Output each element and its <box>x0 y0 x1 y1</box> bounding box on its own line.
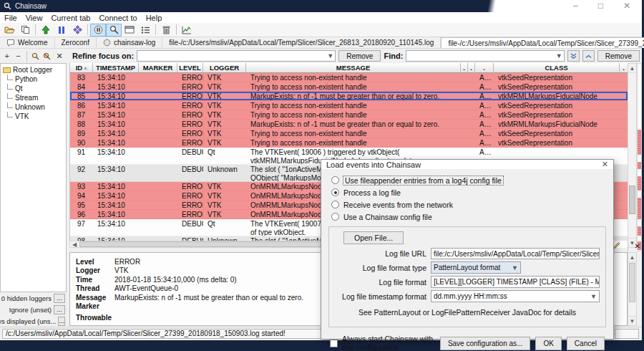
focus-logger-icon[interactable] <box>31 51 41 61</box>
tree-item-vtk[interactable]: VTK <box>3 112 66 121</box>
field-combo[interactable]: dd.mm.yyyy HH:mm:ss▼ <box>431 290 600 302</box>
zoom-magnifier-icon[interactable] <box>106 24 122 37</box>
upload-arrow-icon[interactable] <box>38 24 54 37</box>
column-header-message[interactable]: MESSAGE <box>246 63 461 73</box>
field-input[interactable]: file:/c:/Users/msliv/AppData/Local/Temp/… <box>431 248 600 259</box>
column-header-logger[interactable]: LOGGER <box>203 63 246 73</box>
menu-connect-to[interactable]: Connect to <box>94 14 141 22</box>
refine-remove-button[interactable]: Remove <box>338 50 381 62</box>
radio-use-fileappender-e[interactable]: Use fileappender entries from a log4j co… <box>331 174 613 186</box>
save-configuration-button[interactable]: Save configuration as... <box>440 337 531 350</box>
table-row[interactable]: 9015:34:10ERRORVTKTrying to access non-e… <box>70 138 628 148</box>
find-remove-button[interactable]: Remove <box>597 50 640 62</box>
trash-icon[interactable] <box>158 24 174 37</box>
ellipsis-button[interactable]: ... <box>54 294 65 303</box>
close-detail-icon[interactable]: ✕ <box>635 242 640 250</box>
column-list-icon[interactable] <box>137 24 153 37</box>
logger-tree: Root LoggerPythonQtStreamUnknownVTK <box>0 63 67 292</box>
expand-all-icon[interactable]: + <box>2 51 12 61</box>
table-vertical-scrollbar[interactable]: ▲ ▼ <box>628 63 637 248</box>
copy-icon[interactable] <box>17 24 33 37</box>
event-minimap[interactable] <box>637 63 642 251</box>
tree-item-root-logger[interactable]: Root Logger <box>3 65 66 74</box>
table-row[interactable]: 8815:34:10ERRORVTKMarkupExists: n of -1 … <box>70 120 628 129</box>
open-folder-icon[interactable] <box>1 24 17 37</box>
tree-item-stream[interactable]: Stream <box>3 93 66 102</box>
dialog-close-icon[interactable]: ✕ <box>602 160 608 169</box>
scroll-up-icon[interactable]: ▲ <box>628 64 636 73</box>
scroll-down-icon[interactable]: ▼ <box>628 316 636 325</box>
tab-file-c-users-msliv[interactable]: file-/c:/Users/msliv/AppData/Local/Temp/… <box>162 37 441 48</box>
navigate-diamond-icon[interactable] <box>69 24 85 37</box>
menu-help[interactable]: Help <box>142 14 167 22</box>
column-header-class[interactable]: CLASS <box>494 63 620 73</box>
source-options: Use fileappender entries from a log4j co… <box>321 169 613 224</box>
column-header-dot[interactable]: . <box>475 63 494 73</box>
table-row[interactable]: 8615:34:10ERRORVTKTrying to access non-e… <box>70 101 628 110</box>
dock-panel-icon[interactable] <box>122 24 137 37</box>
column-header-dot[interactable]: . <box>461 63 468 73</box>
radio-icon[interactable] <box>331 176 339 184</box>
menu-view[interactable]: View <box>21 14 47 22</box>
scroll-left-icon[interactable]: ◀ <box>70 241 79 247</box>
tab-file-c-users-msliv[interactable]: file-/c:/Users/msliv/AppData/Local/Temp/… <box>441 37 644 48</box>
ok-button[interactable]: OK <box>535 337 561 350</box>
table-row[interactable]: 8715:34:10ERRORVTKTrying to access non-e… <box>70 110 628 120</box>
table-row[interactable]: 8315:34:10ERRORVTKTrying to access non-e… <box>70 73 628 82</box>
column-header-marker[interactable]: MARKER <box>139 63 177 73</box>
cell-timestamp: 15:34:10 <box>93 92 139 100</box>
field-combo[interactable]: [LEVEL][LOGGER] TIMESTAMP [CLASS] (FILE)… <box>431 276 600 288</box>
collapse-all-icon[interactable]: − <box>14 51 24 61</box>
table-row[interactable]: 8915:34:10ERRORVTKTrying to access non-e… <box>70 129 628 138</box>
scrollbar-thumb[interactable] <box>629 186 635 214</box>
pause-icon[interactable] <box>54 24 69 37</box>
event-chart-icon[interactable] <box>179 24 195 37</box>
cell-timestamp: 15:34:10 <box>93 191 139 200</box>
radio-icon[interactable] <box>331 188 339 196</box>
radio-icon[interactable] <box>331 213 339 221</box>
detail-scrollbar[interactable]: ▲ ▼ <box>628 252 637 326</box>
edit-layout-icon[interactable] <box>613 241 621 251</box>
unfocus-logger-icon[interactable] <box>42 51 52 61</box>
column-header-id[interactable]: ID ▵ <box>70 63 93 73</box>
radio-process-a-log-file[interactable]: Process a log file <box>331 186 613 198</box>
logger-tree-toolbar: + − ✕ <box>0 49 67 63</box>
cell-dot <box>620 129 628 138</box>
toolbar <box>0 23 642 37</box>
radio-icon[interactable] <box>331 201 339 208</box>
scrollbar-thumb[interactable] <box>629 263 635 302</box>
minimize-button[interactable]: – <box>573 1 578 11</box>
radio-receive-events-fro[interactable]: Receive events from the network <box>331 198 613 211</box>
open-file-button[interactable]: Open File... <box>343 231 404 244</box>
ellipsis-button[interactable]: ... <box>58 317 65 326</box>
tree-item-qt[interactable]: Qt <box>3 84 66 93</box>
table-row[interactable]: 8515:34:10ERRORVTKMarkupExists: n of -1 … <box>70 92 628 101</box>
menu-file[interactable]: File <box>0 14 21 22</box>
refine-focus-input[interactable]: ▼ <box>137 50 336 62</box>
table-row[interactable]: 8415:34:10ERRORVTKTrying to access non-e… <box>70 82 628 92</box>
field-combo[interactable]: PatternLayout format▼ <box>431 261 521 274</box>
tab-chainsaw-log[interactable]: chainsaw-log <box>97 37 162 48</box>
tab-zeroconf[interactable]: Zeroconf <box>55 37 97 48</box>
close-button[interactable]: ✕ <box>623 1 630 11</box>
cell-dot <box>620 210 628 218</box>
column-header-level[interactable]: LEVEL <box>177 63 203 73</box>
find-input[interactable]: ▼ <box>406 50 564 62</box>
radio-use-a-chainsaw-con[interactable]: Use a Chainsaw config file <box>331 211 613 223</box>
scroll-up-icon[interactable]: ▲ <box>628 253 636 262</box>
always-start-checkbox[interactable] <box>330 340 338 347</box>
tree-item-unknown[interactable]: Unknown <box>3 102 66 112</box>
pause-circle-icon[interactable] <box>90 24 106 37</box>
find-previous-button[interactable] <box>582 50 595 62</box>
close-panel-icon[interactable]: ✕ <box>54 51 64 61</box>
column-header-timestamp[interactable]: TIMESTAMP <box>93 63 139 73</box>
tree-item-label: Root Logger <box>13 66 52 74</box>
column-header-dot[interactable]: . <box>468 63 475 73</box>
ellipsis-button[interactable]: ... <box>54 305 65 314</box>
cancel-button[interactable]: Cancel <box>567 337 605 350</box>
find-next-button[interactable] <box>567 50 580 62</box>
menu-current-tab[interactable]: Current tab <box>47 14 94 22</box>
tab-welcome[interactable]: Welcome <box>0 37 55 48</box>
tree-item-python[interactable]: Python <box>3 74 66 84</box>
maximize-button[interactable]: □ <box>598 1 603 11</box>
